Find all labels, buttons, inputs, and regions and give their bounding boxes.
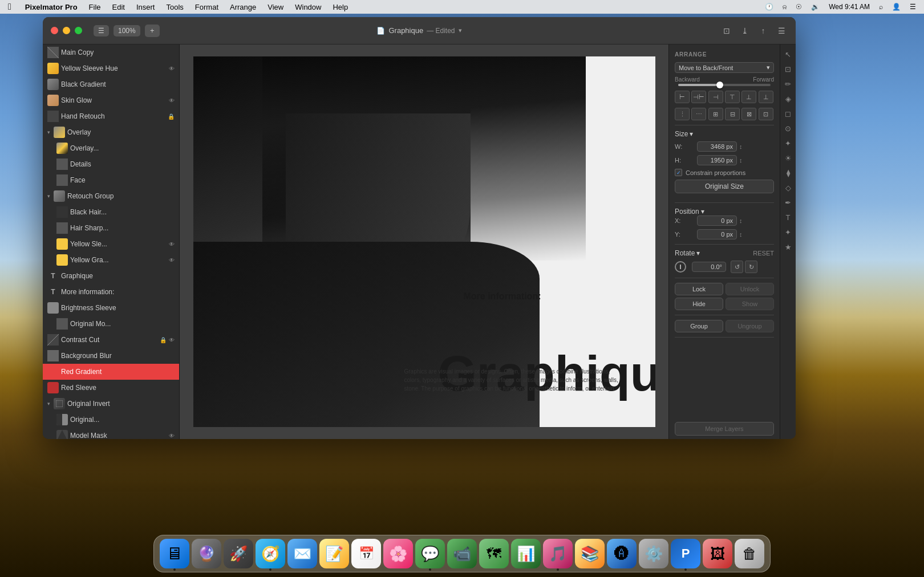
- dock-photos2[interactable]: 🖼: [703, 539, 732, 568]
- export-btn[interactable]: ⤓: [737, 25, 752, 37]
- effect-btn[interactable]: ⧫: [782, 166, 795, 179]
- canvas-area[interactable]: 0.5x 2x 3x 5x Grap: [180, 44, 668, 439]
- ungroup-btn[interactable]: Ungroup: [726, 320, 774, 332]
- color-picker-btn[interactable]: ✦: [782, 226, 795, 238]
- fit-screen-btn[interactable]: ⊡: [719, 25, 734, 37]
- retouch-tool-btn[interactable]: ✦: [782, 137, 795, 149]
- expand-icon[interactable]: ▾: [47, 193, 50, 199]
- close-button[interactable]: [51, 27, 58, 34]
- dock-pixelmator[interactable]: P: [671, 539, 700, 568]
- expand-icon[interactable]: ▾: [47, 129, 50, 135]
- layer-yellow-gra[interactable]: Yellow Gra... 👁: [43, 252, 179, 268]
- dock-siri[interactable]: 🔮: [192, 539, 221, 568]
- crop-tool-btn[interactable]: ⊡: [782, 63, 795, 75]
- menu-window[interactable]: Window: [289, 0, 327, 14]
- layer-red-gradient[interactable]: Red Gradient: [43, 364, 179, 380]
- menu-insert[interactable]: Insert: [131, 0, 161, 14]
- menu-edit[interactable]: Edit: [107, 0, 131, 14]
- color-adj-btn[interactable]: ☀: [782, 152, 795, 164]
- backfront-slider[interactable]: [675, 84, 774, 86]
- layer-model-mask[interactable]: Model Mask 👁: [43, 428, 179, 439]
- distribute-h-btn[interactable]: ⋮: [675, 108, 690, 120]
- layer-hand-retouch[interactable]: Hand Retouch 🔒: [43, 108, 179, 124]
- align-btn-6[interactable]: ⊡: [759, 108, 773, 120]
- menu-view[interactable]: View: [262, 0, 289, 14]
- layer-original-sub[interactable]: Original...: [43, 412, 179, 428]
- layer-contrast-cut[interactable]: Contrast Cut 🔒 👁: [43, 332, 179, 348]
- dock-numbers[interactable]: 📊: [511, 539, 541, 568]
- layer-face[interactable]: Face: [43, 172, 179, 188]
- dock-mail[interactable]: ✉️: [287, 539, 317, 568]
- layer-yellow-sle[interactable]: Yellow Sle... 👁: [43, 236, 179, 252]
- dock-launchpad[interactable]: 🚀: [224, 539, 253, 568]
- bluetooth-icon[interactable]: ⍾: [780, 3, 789, 11]
- dock-messages[interactable]: 💬: [415, 539, 445, 568]
- unlock-btn[interactable]: Unlock: [726, 283, 774, 295]
- cursor-tool-btn[interactable]: ↖: [782, 48, 795, 60]
- align-center-h-btn[interactable]: ⊣⊢: [691, 91, 706, 103]
- reset-label[interactable]: RESET: [753, 250, 774, 257]
- dock-trash[interactable]: 🗑: [735, 539, 764, 568]
- show-btn[interactable]: Show: [726, 298, 774, 310]
- time-machine-icon[interactable]: 🕐: [763, 3, 776, 11]
- layers-toggle-btn[interactable]: ☰: [94, 25, 109, 36]
- layer-overlay-sub[interactable]: Overlay...: [43, 140, 179, 156]
- layer-original-mo[interactable]: Original Mo...: [43, 316, 179, 332]
- shape-tool-btn[interactable]: ◇: [782, 181, 795, 194]
- align-center-v-btn[interactable]: ⊥: [741, 91, 756, 103]
- menu-help[interactable]: Help: [327, 0, 354, 14]
- layer-graphique-text[interactable]: T Graphique: [43, 268, 179, 284]
- clone-tool-btn[interactable]: ⊙: [782, 122, 795, 135]
- rotate-dial[interactable]: [675, 261, 686, 273]
- layer-brightness-sleeve[interactable]: Brightness Sleeve: [43, 300, 179, 316]
- layer-red-sleeve[interactable]: Red Sleeve: [43, 380, 179, 396]
- window-title-arrow[interactable]: ▾: [459, 27, 462, 34]
- dock-syspref[interactable]: ⚙️: [639, 539, 668, 568]
- wifi-icon[interactable]: ☉: [793, 3, 804, 11]
- volume-icon[interactable]: 🔉: [809, 3, 822, 11]
- layer-group-original-invert[interactable]: ▾ Original Invert: [43, 396, 179, 412]
- align-left-edges-btn[interactable]: ⊢: [675, 91, 690, 103]
- layer-group-retouch[interactable]: ▾ Retouch Group: [43, 188, 179, 204]
- layer-black-hair[interactable]: Black Hair...: [43, 204, 179, 220]
- pen-tool-btn[interactable]: ✒: [782, 196, 795, 209]
- layer-main-copy[interactable]: Main Copy: [43, 44, 179, 60]
- more-options-btn[interactable]: ☰: [774, 25, 789, 37]
- dock-notes[interactable]: 📝: [319, 539, 349, 568]
- menu-arrange[interactable]: Arrange: [224, 0, 262, 14]
- layer-hair-sharp[interactable]: Hair Sharp...: [43, 220, 179, 236]
- original-size-btn[interactable]: Original Size: [675, 180, 774, 193]
- menu-file[interactable]: File: [83, 0, 107, 14]
- layer-background-blur[interactable]: Background Blur: [43, 348, 179, 364]
- layer-yellow-sleeve-hue[interactable]: Yellow Sleeve Hue 👁: [43, 60, 179, 76]
- dock-finder[interactable]: 🖥: [160, 539, 189, 568]
- y-input[interactable]: 0 px: [697, 229, 737, 239]
- search-icon[interactable]: ⌕: [877, 3, 885, 11]
- width-input[interactable]: 3468 px: [697, 141, 737, 152]
- layer-details[interactable]: Details: [43, 156, 179, 172]
- text-tool-btn[interactable]: T: [782, 211, 795, 224]
- layer-group-overlay[interactable]: ▾ Overlay: [43, 124, 179, 140]
- layer-skin-glow[interactable]: Skin Glow 👁: [43, 92, 179, 108]
- move-backfront-dropdown[interactable]: Move to Back/Front ▾: [675, 62, 774, 73]
- share-btn[interactable]: ↑: [756, 25, 771, 37]
- dock-books[interactable]: 📚: [575, 539, 605, 568]
- paint-tool-btn[interactable]: ✏: [782, 78, 795, 90]
- menu-tools[interactable]: Tools: [160, 0, 189, 14]
- layer-black-gradient[interactable]: Black Gradient: [43, 76, 179, 92]
- dock-photos[interactable]: 🌸: [383, 539, 413, 568]
- star-btn[interactable]: ★: [782, 241, 795, 253]
- maximize-button[interactable]: [75, 27, 82, 34]
- erase-tool-btn[interactable]: ◻: [782, 107, 795, 120]
- rotate-cw-btn[interactable]: ↻: [745, 261, 757, 273]
- dock-maps[interactable]: 🗺: [479, 539, 509, 568]
- fill-tool-btn[interactable]: ◈: [782, 92, 795, 105]
- constrain-checkbox[interactable]: ✓: [675, 169, 682, 176]
- dock-itunes[interactable]: 🎵: [543, 539, 573, 568]
- rotate-input[interactable]: 0.0°: [692, 262, 726, 272]
- rotate-dropdown[interactable]: Rotate ▾: [675, 249, 700, 257]
- height-input[interactable]: 1950 px: [697, 155, 737, 165]
- apple-menu[interactable]: : [0, 0, 19, 14]
- align-btn-4[interactable]: ⊟: [725, 108, 740, 120]
- zoom-display[interactable]: 100%: [114, 25, 140, 36]
